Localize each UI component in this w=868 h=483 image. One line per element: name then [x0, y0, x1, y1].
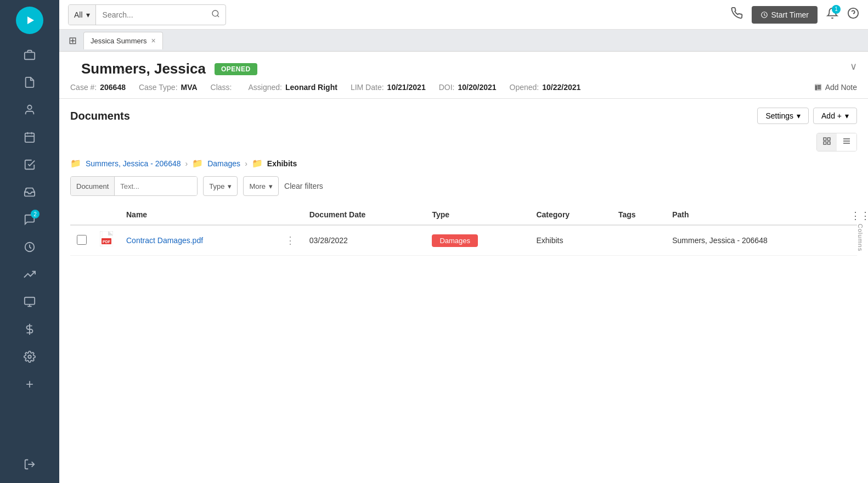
tab-grid-icon[interactable]: ⊞ — [64, 32, 81, 49]
doc-type-badge[interactable]: Damages — [432, 234, 478, 247]
breadcrumb-folder-icon-1: 📁 — [70, 158, 81, 169]
type-filter[interactable]: Type ▾ — [203, 176, 238, 196]
search-type-select[interactable]: All ▾ — [69, 5, 96, 25]
more-filter-label: More — [249, 182, 266, 190]
logout-icon[interactable] — [18, 452, 42, 476]
sidebar-bottom — [18, 452, 42, 476]
documents-header: Documents Settings ▾ Add + ▾ — [70, 108, 857, 124]
resize-handle[interactable]: ↔ — [120, 67, 127, 76]
search-input[interactable] — [96, 5, 206, 25]
table-header: Name Document Date Type Category Tags Pa… — [70, 205, 857, 225]
contact-icon[interactable] — [18, 98, 42, 122]
jessica-summers-tab[interactable]: Jessica Summers × — [83, 32, 163, 49]
lim-date: LIM Date: 10/21/2021 — [351, 83, 426, 92]
search-container: All ▾ — [68, 4, 226, 25]
breadcrumb-item-exhibits[interactable]: Exhibits — [267, 159, 297, 168]
collapse-section: ∨ — [850, 60, 857, 72]
doc-filename[interactable]: Contract Damages.pdf — [126, 236, 203, 245]
case-header: ∨ ↔ Summers, Jessica OPENED Case #: 2066… — [59, 52, 868, 99]
messages-icon[interactable]: 2 — [18, 207, 42, 232]
messages-badge: 2 — [31, 210, 40, 218]
row-category-cell: Exhibits — [529, 225, 612, 256]
assigned-label: Assigned: — [249, 83, 282, 92]
briefcase-icon[interactable] — [18, 43, 42, 67]
svg-line-15 — [217, 15, 219, 17]
assigned-value: Leonard Right — [285, 83, 337, 92]
documents-section: Documents Settings ▾ Add + ▾ — [59, 99, 868, 265]
col-date: Document Date — [303, 205, 426, 225]
svg-rect-8 — [25, 297, 35, 305]
start-timer-button[interactable]: Start Timer — [752, 6, 818, 24]
table-container: Name Document Date Type Category Tags Pa… — [70, 205, 857, 256]
col-category: Category — [529, 205, 612, 225]
lim-date-label: LIM Date: — [351, 83, 384, 92]
search-button[interactable] — [206, 5, 226, 25]
row-checkbox[interactable] — [77, 235, 87, 245]
tabbar: ⊞ Jessica Summers × — [59, 30, 868, 52]
svg-rect-21 — [824, 142, 826, 144]
table-row: PDF Contract Damages.pdf ⋮ — [70, 225, 857, 256]
add-note-button[interactable]: Add Note — [814, 83, 857, 92]
columns-grid-icon[interactable]: ⋮⋮ — [850, 209, 868, 221]
main-content: All ▾ Start Timer 1 — [59, 0, 868, 483]
inbox-icon[interactable] — [18, 180, 42, 204]
row-actions-menu[interactable]: ⋮ — [285, 235, 296, 246]
svg-text:PDF: PDF — [103, 240, 111, 244]
settings-icon[interactable] — [18, 345, 42, 369]
opened-value: 10/22/2021 — [542, 83, 580, 92]
doc-date: 03/28/2022 — [309, 236, 348, 245]
list-view-button[interactable] — [837, 133, 856, 151]
billing-icon[interactable] — [18, 290, 42, 314]
tasks-icon[interactable] — [18, 153, 42, 177]
breadcrumb-item-case[interactable]: Summers, Jessica - 206648 — [86, 159, 181, 168]
app-logo[interactable] — [16, 7, 43, 34]
doc-search-label: Document — [71, 177, 115, 195]
breadcrumb-item-damages[interactable]: Damages — [207, 159, 240, 168]
doi: DOI: 10/20/2021 — [439, 83, 497, 92]
case-class: Class: — [211, 83, 235, 92]
case-name: Summers, Jessica — [81, 60, 206, 77]
help-icon[interactable] — [847, 7, 859, 22]
document-icon[interactable] — [18, 70, 42, 94]
add-icon[interactable]: + — [18, 372, 42, 396]
reports-icon[interactable] — [18, 262, 42, 287]
doc-category: Exhibits — [536, 236, 563, 245]
svg-rect-20 — [827, 138, 830, 141]
row-type-cell: Damages — [425, 225, 529, 256]
calendar-icon[interactable] — [18, 125, 42, 149]
opened: Opened: 10/22/2021 — [510, 83, 581, 92]
collapse-icon[interactable]: ∨ — [850, 61, 857, 72]
notification-icon[interactable]: 1 — [826, 7, 838, 23]
row-checkbox-cell — [70, 225, 93, 256]
more-filter[interactable]: More ▾ — [243, 176, 279, 196]
svg-point-2 — [27, 105, 31, 109]
tab-close-button[interactable]: × — [151, 36, 156, 45]
documents-title: Documents — [70, 110, 130, 122]
case-number: Case #: 206648 — [70, 83, 126, 92]
money-icon[interactable] — [18, 317, 42, 341]
case-class-label: Class: — [211, 83, 232, 92]
topbar: All ▾ Start Timer 1 — [59, 0, 868, 30]
opened-label: Opened: — [510, 83, 539, 92]
doi-value: 10/20/2021 — [458, 83, 496, 92]
phone-icon[interactable] — [731, 7, 743, 22]
status-badge: OPENED — [215, 63, 257, 75]
notification-badge: 1 — [832, 5, 841, 14]
tab-label: Jessica Summers — [91, 37, 147, 45]
grid-view-button[interactable] — [817, 133, 837, 151]
doc-search-input[interactable] — [115, 177, 197, 195]
topbar-right: Start Timer 1 — [731, 6, 859, 24]
timer-icon[interactable] — [18, 235, 42, 259]
svg-marker-0 — [27, 16, 34, 24]
settings-label: Settings — [765, 111, 793, 120]
clear-filters-button[interactable]: Clear filters — [284, 182, 323, 190]
svg-rect-3 — [25, 133, 35, 142]
col-name: Name — [120, 205, 279, 225]
case-meta: Case #: 206648 Case Type: MVA Class: Ass… — [70, 83, 857, 92]
add-document-button[interactable]: Add + ▾ — [813, 108, 857, 124]
table-body: PDF Contract Damages.pdf ⋮ — [70, 225, 857, 256]
settings-button[interactable]: Settings ▾ — [757, 108, 809, 124]
columns-label[interactable]: Columns — [857, 223, 864, 251]
search-type-chevron: ▾ — [86, 10, 90, 19]
case-type-value: MVA — [181, 83, 198, 92]
